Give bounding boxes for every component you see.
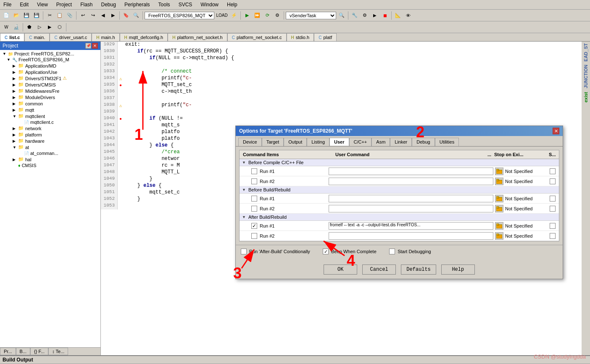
dialog-tab-device[interactable]: Device (238, 138, 262, 146)
checkbox-build-run2[interactable] (251, 206, 257, 212)
menu-svcs[interactable]: SVCS (177, 1, 194, 8)
copy-btn[interactable]: 📋 (55, 11, 64, 20)
tree-at[interactable]: ▼ 📁 at (1, 144, 100, 150)
browse-build-run2[interactable] (495, 205, 503, 212)
check-stop-compile-run1[interactable] (550, 168, 556, 174)
config-btn[interactable]: 📐 (393, 11, 403, 20)
dialog-tab-asm[interactable]: Asm (371, 138, 390, 146)
help-button[interactable]: Help (441, 264, 475, 275)
tab-platf[interactable]: C platf (314, 33, 337, 41)
target-options-btn[interactable]: 🔧 (350, 11, 359, 20)
tree-common[interactable]: ▶ 📁 common (1, 100, 100, 107)
project-pin-btn[interactable]: 📌 (85, 43, 91, 49)
menu-file[interactable]: File (2, 1, 13, 8)
inspect-btn[interactable]: 🔬 (12, 23, 21, 32)
project-close-btn[interactable]: ✕ (92, 43, 98, 49)
browse-after-run1[interactable] (495, 222, 503, 230)
tree-drivers-stm[interactable]: ▶ 📁 Drivers/STM32F1 ⚠ (1, 75, 100, 81)
tree-platform[interactable]: ▶ 📁 platform (1, 131, 100, 138)
tree-app-md[interactable]: ▶ 📁 Application/MD (1, 63, 100, 69)
save-all-btn[interactable]: 💾 (32, 11, 41, 20)
group-before-compile-expand[interactable]: ▼ (242, 160, 246, 165)
panel-tab-project[interactable]: Pr... (0, 348, 16, 355)
defaults-button[interactable]: Defaults (401, 264, 436, 275)
menu-view[interactable]: View (35, 1, 50, 8)
peripheral-btn1[interactable]: ⬟ (25, 23, 34, 32)
dialog-tab-user[interactable]: User (329, 138, 349, 146)
tree-hal[interactable]: ▶ 📁 hal (1, 156, 100, 162)
tree-mqttclient-c[interactable]: 📄 mqttclient.c (1, 119, 100, 125)
input-after-run1[interactable]: fromelf -- text -a -c --output=test.dis … (329, 222, 493, 230)
tree-at-command[interactable]: 📄 at_comman... (1, 150, 100, 156)
peripheral-btn4[interactable]: ⬡ (55, 23, 64, 32)
menu-edit[interactable]: Edit (18, 1, 30, 8)
check-stop-build-run2[interactable] (550, 206, 556, 212)
tree-mqtt[interactable]: ▶ 📁 mqtt (1, 107, 100, 113)
tree-freertos[interactable]: ▼ 🔧 FreeRTOS_ESP8266_M (1, 57, 100, 63)
menu-project[interactable]: Project (55, 1, 74, 8)
cancel-button[interactable]: Cancel (362, 264, 396, 275)
dialog-close-btn[interactable]: ✕ (553, 128, 559, 134)
magic-btn[interactable]: ⚡ (229, 11, 239, 20)
checkbox-start-debug[interactable] (389, 249, 395, 254)
tree-module-drivers[interactable]: ▶ 📁 ModuleDrivers (1, 94, 100, 100)
menu-tools[interactable]: Tools (157, 1, 172, 8)
input-build-run2[interactable] (329, 205, 493, 212)
tree-mqttclient[interactable]: ▼ 📁 mqttclient (1, 113, 100, 119)
bookmark-btn[interactable]: 🔖 (121, 11, 131, 20)
menu-window[interactable]: Window (199, 1, 220, 8)
redo-btn[interactable]: ↪ (88, 11, 97, 20)
tab-platform-net-h[interactable]: H platform_net_socket.h (168, 33, 227, 41)
group-before-build-expand[interactable]: ▼ (242, 188, 246, 192)
input-after-run2[interactable] (329, 232, 493, 240)
build-btn[interactable]: ⏩ (253, 11, 262, 20)
forward-btn[interactable]: ▶ (108, 11, 118, 20)
browse-build-run1[interactable] (495, 195, 503, 202)
peripheral-btn2[interactable]: ▷ (35, 23, 44, 32)
tab-platform-net-c[interactable]: C platform_net_socket.c (227, 33, 287, 41)
compile-btn[interactable]: ▶ (242, 11, 252, 20)
menu-help[interactable]: Help (225, 1, 239, 8)
paste-btn[interactable]: 📎 (65, 11, 74, 20)
debug-start-btn[interactable]: ▶ (370, 11, 379, 20)
ok-button[interactable]: OK (324, 264, 357, 275)
peripheral-btn3[interactable]: ▶ (45, 23, 54, 32)
find-btn[interactable]: 🔍 (132, 11, 141, 20)
menu-debug[interactable]: Debug (100, 1, 118, 8)
dialog-tab-listing[interactable]: Listing (307, 138, 329, 146)
dialog-tab-output[interactable]: Output (284, 138, 307, 146)
tab-main-h[interactable]: H main.h (92, 33, 119, 41)
dialog-tab-target[interactable]: Target (262, 138, 284, 146)
checkbox-compile-run2[interactable] (251, 178, 257, 184)
save-btn[interactable]: 💾 (22, 11, 31, 20)
load-btn[interactable]: LOAD (215, 11, 229, 20)
wizard-btn[interactable]: W (2, 23, 11, 32)
back-btn[interactable]: ◀ (98, 11, 108, 20)
browse-compile-run1[interactable] (495, 168, 503, 175)
checkbox-build-run1[interactable] (251, 196, 257, 202)
checkbox-compile-run1[interactable] (251, 168, 257, 174)
checkbox-after-run2[interactable] (251, 233, 257, 239)
dialog-tab-debug[interactable]: Debug (412, 138, 435, 146)
tree-root[interactable]: ▼ 📁 Project: FreeRTOS_ESP82... (1, 51, 100, 57)
stop-btn[interactable]: ⏹ (380, 11, 390, 20)
dialog[interactable]: Options for Target 'FreeRTOS_ESP8266_MQT… (235, 126, 563, 279)
panel-tab-books[interactable]: B... (16, 348, 31, 355)
browse-after-run2[interactable] (495, 232, 503, 240)
input-compile-run1[interactable] (329, 168, 493, 175)
check-stop-compile-run2[interactable] (550, 178, 556, 184)
panel-tab-templates[interactable]: ↕ Te... (48, 348, 68, 355)
view-btn[interactable]: 👁 (403, 11, 413, 20)
input-compile-run2[interactable] (329, 178, 493, 185)
rebuild-btn[interactable]: ⟳ (263, 11, 272, 20)
checkbox-run-conditionally[interactable] (241, 249, 247, 254)
search-icon2[interactable]: 🔍 (337, 11, 346, 20)
tree-cmsis[interactable]: ♦ CMSIS (1, 162, 100, 168)
group-after-build-expand[interactable]: ▼ (242, 215, 246, 219)
undo-btn[interactable]: ↩ (78, 11, 87, 20)
task-dropdown[interactable]: vSenderTask (286, 12, 336, 19)
check-stop-after-run1[interactable] (550, 223, 556, 229)
open-btn[interactable]: 📂 (12, 11, 21, 20)
input-build-run1[interactable] (329, 195, 493, 202)
dialog-tab-linker[interactable]: Linker (390, 138, 412, 146)
